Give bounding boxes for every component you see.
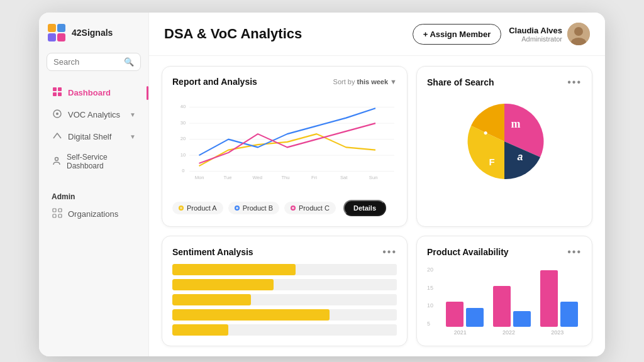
svg-rect-2 [48, 33, 56, 41]
svg-rect-13 [53, 214, 56, 217]
svg-point-16 [574, 27, 583, 36]
product-availability-card: Product Availability ••• 20 15 10 5 [416, 236, 592, 346]
digital-shelf-label: Digital Shelf [68, 132, 111, 141]
avail-bars-svg [436, 264, 582, 327]
sos-card-header: Share of Search ••• [427, 77, 582, 88]
user-role: Administrator [509, 35, 562, 43]
admin-label: Admin [47, 189, 141, 204]
svg-text:10: 10 [180, 152, 186, 158]
legend-product-a[interactable]: Product A [172, 202, 223, 214]
line-chart: 40 30 20 10 0 Mon Tue Wed [172, 93, 397, 194]
svg-text:Mon: Mon [195, 175, 204, 180]
svg-rect-5 [58, 87, 62, 91]
organizations-icon [52, 208, 63, 220]
svg-rect-11 [53, 209, 56, 212]
sos-menu-icon[interactable]: ••• [567, 77, 582, 88]
svg-text:F: F [489, 156, 494, 167]
avail-year-labels: 2021 2022 2023 [436, 329, 582, 336]
sidebar-item-digital-shelf[interactable]: Digital Shelf ▼ [47, 126, 141, 147]
avail-menu-icon[interactable]: ••• [567, 246, 582, 258]
sentiment-menu-icon[interactable]: ••• [382, 246, 397, 258]
svg-text:40: 40 [180, 104, 186, 109]
legend-dot-c [291, 206, 296, 211]
sidebar-item-voc[interactable]: VOC Analytics ▼ [47, 104, 141, 125]
svg-rect-0 [48, 24, 56, 32]
sentiment-bar-2 [172, 279, 397, 290]
svg-rect-4 [53, 87, 57, 91]
sentiment-card: Sentiment Analysis ••• [162, 236, 408, 346]
organizations-label: Organizations [68, 209, 118, 219]
svg-text:Thu: Thu [281, 175, 289, 180]
search-box[interactable]: 🔍 [47, 53, 141, 71]
svg-point-10 [55, 157, 58, 160]
self-service-icon [52, 156, 62, 168]
voc-chevron-icon: ▼ [130, 111, 136, 118]
legend-label-a: Product A [187, 204, 217, 212]
avail-chart-container: 20 15 10 5 [427, 264, 582, 336]
search-input[interactable] [53, 57, 120, 67]
page-title: DSA & VoC Analytics [164, 26, 405, 42]
assign-member-button[interactable]: + Assign Member [413, 24, 502, 45]
avail-y-axis: 20 15 10 5 [427, 264, 433, 327]
details-button[interactable]: Details [343, 200, 386, 216]
svg-text:30: 30 [180, 120, 186, 126]
avatar-image [567, 23, 590, 45]
legend-product-b[interactable]: Product B [228, 202, 279, 214]
svg-text:●: ● [483, 128, 487, 137]
y-label-15: 15 [427, 285, 433, 291]
sentiment-card-header: Sentiment Analysis ••• [172, 246, 397, 258]
legend-product-c[interactable]: Product C [284, 202, 336, 214]
sidebar-item-self-service[interactable]: Self-Service Dashboard [47, 148, 141, 175]
voc-label: VOC Analytics [68, 110, 120, 119]
dashboard-grid: Report and Analysis Sort by this week ▼ … [149, 56, 605, 356]
report-card-title: Report and Analysis [172, 77, 333, 87]
svg-rect-44 [540, 270, 558, 327]
sentiment-bar-3 [172, 294, 397, 305]
svg-text:m: m [511, 118, 521, 130]
top-bar: DSA & VoC Analytics + Assign Member Clau… [149, 13, 605, 56]
y-label-20: 20 [427, 266, 433, 273]
main-content: DSA & VoC Analytics + Assign Member Clau… [149, 13, 605, 356]
year-2023: 2023 [533, 329, 582, 336]
report-analysis-card: Report and Analysis Sort by this week ▼ … [162, 66, 408, 227]
line-chart-svg: 40 30 20 10 0 Mon Tue Wed [172, 93, 397, 194]
user-text-block: Claudia Alves Administrator [509, 26, 562, 43]
sidebar-item-dashboard[interactable]: Dashboard [47, 82, 141, 103]
pie-chart-svg: m F a ● [460, 97, 548, 185]
avail-card-header: Product Availability ••• [427, 246, 582, 258]
sentiment-bars [172, 264, 397, 336]
report-card-header: Report and Analysis Sort by this week ▼ [172, 77, 397, 87]
legend-label-b: Product B [243, 204, 273, 212]
svg-rect-41 [466, 308, 484, 327]
svg-text:0: 0 [182, 168, 184, 173]
admin-section: Admin Organizations [47, 189, 141, 226]
search-icon: 🔍 [124, 57, 134, 67]
digital-shelf-icon [52, 131, 63, 143]
digital-shelf-chevron-icon: ▼ [130, 133, 136, 140]
svg-text:Sat: Sat [340, 175, 348, 180]
avatar [567, 23, 590, 45]
sos-title: Share of Search [427, 77, 567, 87]
logo-text: 42Signals [72, 28, 113, 38]
svg-rect-40 [446, 302, 464, 327]
svg-text:Fri: Fri [311, 175, 317, 180]
sidebar-item-organizations[interactable]: Organizations [47, 204, 141, 224]
pie-chart: m F a ● [427, 94, 582, 189]
logo-icon [47, 23, 67, 43]
self-service-label: Self-Service Dashboard [67, 153, 136, 170]
svg-rect-7 [58, 92, 62, 96]
year-2021: 2021 [436, 329, 484, 336]
svg-rect-45 [560, 302, 578, 327]
svg-rect-1 [57, 24, 65, 32]
svg-text:a: a [518, 151, 523, 162]
svg-rect-6 [53, 92, 57, 96]
sentiment-bar-4 [172, 309, 397, 321]
dashboard-label: Dashboard [68, 88, 111, 97]
legend-row: Product A Product B Product C Details [172, 200, 397, 216]
svg-rect-43 [513, 311, 531, 327]
svg-rect-14 [58, 214, 62, 217]
legend-dot-b [235, 206, 240, 211]
avail-bars-area: 2021 2022 2023 [436, 264, 582, 336]
svg-rect-42 [493, 286, 511, 327]
share-of-search-card: Share of Search ••• [416, 66, 592, 227]
